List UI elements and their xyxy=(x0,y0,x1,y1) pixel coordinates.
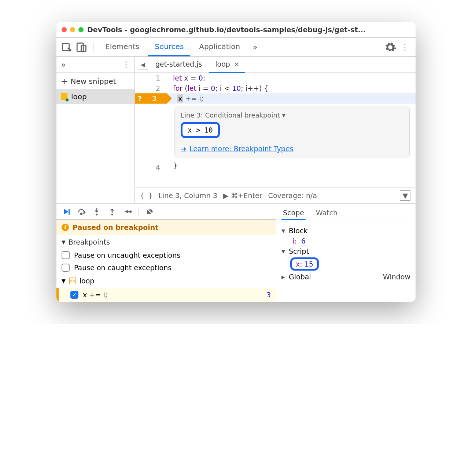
learn-more-link[interactable]: ➜ Learn more: Breakpoint Types xyxy=(181,145,403,153)
debugger-toolbar xyxy=(56,204,276,220)
tab-elements[interactable]: Elements xyxy=(99,38,146,56)
gutter: 1 2 ?3 4 xyxy=(135,73,167,187)
scope-block-row[interactable]: ▼Block xyxy=(281,226,410,236)
chevron-down-icon: ▼ xyxy=(62,239,66,245)
format-icon[interactable]: { } xyxy=(140,191,152,200)
code-body[interactable]: let x = 0; for (let i = 0; i < 10; i++) … xyxy=(167,73,416,187)
snippet-icon xyxy=(61,93,67,100)
svg-point-4 xyxy=(81,213,82,215)
more-tabs-icon[interactable]: » xyxy=(249,41,261,53)
scope-body: ▼Block i:6 ▼Script x:15 ▶GlobalWindow xyxy=(276,223,416,284)
code-line: for (let i = 0; i < 10; i++) { xyxy=(167,83,416,93)
zoom-icon[interactable] xyxy=(78,27,84,32)
line-number[interactable]: 2 xyxy=(135,83,167,93)
cursor-position: Line 3, Column 3 xyxy=(158,191,217,200)
deactivate-breakpoints-icon[interactable] xyxy=(145,207,154,216)
kebab-icon[interactable]: ⋮ xyxy=(122,60,130,69)
file-tabs: ◀ get-started.js loop ✕ xyxy=(135,57,416,73)
step-over-icon[interactable] xyxy=(77,207,86,216)
new-snippet-label: New snippet xyxy=(70,77,116,86)
arrow-circle-icon: ➜ xyxy=(181,145,187,153)
line-number[interactable]: 4 xyxy=(135,162,167,172)
panel-tabbar: Elements Sources Application » ⋮ xyxy=(56,38,416,57)
navigator-sidebar: » ⋮ + New snippet loop xyxy=(56,57,135,203)
editor-pane: ◀ get-started.js loop ✕ 1 2 ?3 4 let x =… xyxy=(135,57,416,203)
chevron-down-icon: ▼ xyxy=(281,228,287,234)
step-out-icon[interactable] xyxy=(108,207,117,216)
resume-icon[interactable] xyxy=(62,207,70,216)
nav-back-icon[interactable]: ◀ xyxy=(138,60,148,70)
kebab-icon[interactable]: ⋮ xyxy=(399,41,411,53)
chevron-right-icon: ▶ xyxy=(281,274,287,280)
breakpoint-file-row[interactable]: ▼ <> loop xyxy=(56,274,276,288)
debugger-pane: i Paused on breakpoint ▼ Breakpoints Pau… xyxy=(56,203,416,302)
new-snippet-button[interactable]: + New snippet xyxy=(56,73,134,89)
checkbox-checked-icon[interactable]: ✓ xyxy=(70,291,78,299)
snippet-icon: <> xyxy=(69,278,76,284)
close-icon[interactable] xyxy=(62,27,67,32)
svg-point-7 xyxy=(130,211,131,212)
chevron-right-icon[interactable]: » xyxy=(61,60,66,69)
inspect-icon[interactable] xyxy=(61,41,73,53)
collapse-icon[interactable]: ▼ xyxy=(400,190,410,201)
run-hint[interactable]: ▶ ⌘+Enter xyxy=(223,191,262,200)
line-number[interactable]: 1 xyxy=(135,73,167,83)
scope-global-row[interactable]: ▶GlobalWindow xyxy=(281,272,410,282)
svg-rect-1 xyxy=(77,43,83,51)
pause-caught-checkbox[interactable]: Pause on caught exceptions xyxy=(56,261,276,274)
close-icon[interactable]: ✕ xyxy=(234,60,239,68)
sidebar-item-label: loop xyxy=(71,92,87,101)
tab-scope[interactable]: Scope xyxy=(281,207,306,220)
tab-application[interactable]: Application xyxy=(192,38,247,56)
breakpoint-popup: Line 3: Conditional breakpoint ▾ x > 10 … xyxy=(174,107,410,157)
paused-banner: i Paused on breakpoint xyxy=(56,220,276,235)
breakpoints-header[interactable]: ▼ Breakpoints xyxy=(56,235,276,249)
breakpoint-line-number[interactable]: ?3 xyxy=(135,93,167,104)
editor-status-bar: { } Line 3, Column 3 ▶ ⌘+Enter Coverage:… xyxy=(135,187,416,203)
gear-icon[interactable] xyxy=(384,41,397,53)
chevron-down-icon: ▼ xyxy=(281,249,287,254)
code-line-highlighted: x += i; xyxy=(167,93,416,104)
device-toggle-icon[interactable] xyxy=(75,41,88,53)
scope-var-row: x:15 xyxy=(281,256,410,272)
traffic-lights xyxy=(62,27,84,32)
upper-pane: » ⋮ + New snippet loop ◀ get-started.js … xyxy=(56,57,416,203)
coverage-status: Coverage: n/a xyxy=(268,191,317,200)
code-line: } xyxy=(167,160,416,171)
svg-rect-0 xyxy=(62,44,69,50)
file-tab-loop[interactable]: loop ✕ xyxy=(209,56,245,73)
file-tab-get-started[interactable]: get-started.js xyxy=(150,56,208,73)
checkbox-icon xyxy=(62,251,70,259)
svg-rect-3 xyxy=(69,209,70,215)
debugger-left: i Paused on breakpoint ▼ Breakpoints Pau… xyxy=(56,204,276,302)
step-icon[interactable] xyxy=(123,207,132,216)
breakpoint-type-label[interactable]: Line 3: Conditional breakpoint ▾ xyxy=(181,111,403,119)
info-icon: i xyxy=(62,224,69,231)
checkbox-icon xyxy=(62,264,70,272)
divider xyxy=(139,207,139,216)
tab-sources[interactable]: Sources xyxy=(148,38,190,56)
scope-panel: Scope Watch ▼Block i:6 ▼Script x:15 ▶Glo… xyxy=(276,204,416,302)
sidebar-item-loop[interactable]: loop xyxy=(56,89,134,104)
code-area: 1 2 ?3 4 let x = 0; for (let i = 0; i < … xyxy=(135,73,416,187)
chevron-down-icon: ▼ xyxy=(62,278,66,284)
scope-tabs: Scope Watch xyxy=(276,204,416,223)
sidebar-header: » ⋮ xyxy=(56,57,134,73)
plus-icon: + xyxy=(61,77,67,86)
breakpoint-condition-input[interactable]: x > 10 xyxy=(181,122,220,138)
pause-uncaught-checkbox[interactable]: Pause on uncaught exceptions xyxy=(56,249,276,261)
scope-var-row: i:6 xyxy=(281,236,410,246)
code-line: let x = 0; xyxy=(167,73,416,83)
devtools-window: DevTools - googlechrome.github.io/devtoo… xyxy=(56,22,416,302)
tab-watch[interactable]: Watch xyxy=(314,207,339,220)
breakpoint-line-row[interactable]: ✓ x += i; 3 xyxy=(56,288,276,302)
titlebar: DevTools - googlechrome.github.io/devtoo… xyxy=(56,22,416,38)
svg-point-5 xyxy=(96,213,98,215)
step-into-icon[interactable] xyxy=(92,207,101,216)
window-title: DevTools - googlechrome.github.io/devtoo… xyxy=(87,26,366,34)
divider xyxy=(93,42,93,53)
scope-script-row[interactable]: ▼Script xyxy=(281,246,410,256)
minimize-icon[interactable] xyxy=(70,27,75,32)
svg-point-6 xyxy=(111,213,113,215)
